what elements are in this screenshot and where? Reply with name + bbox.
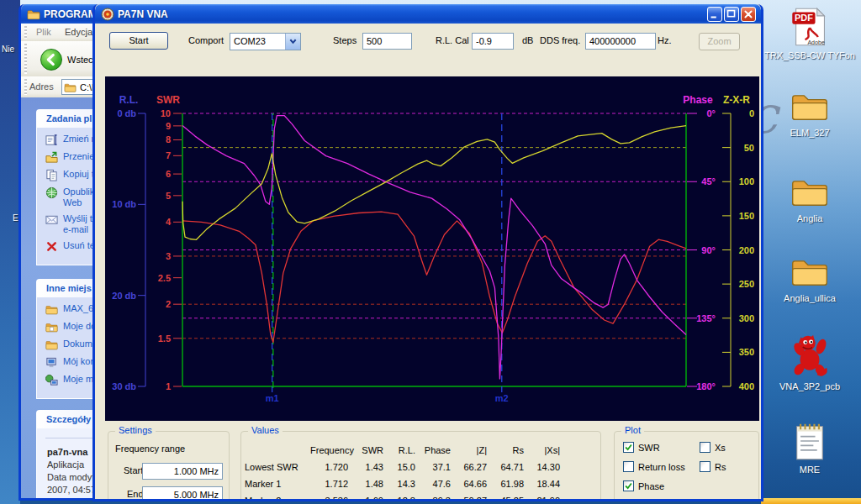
vna-title: PA7N VNA (118, 8, 168, 20)
close-button[interactable] (741, 7, 756, 22)
phase-tick-label: 0° (706, 108, 716, 118)
red-figure-icon (789, 333, 831, 378)
db-label: dB (522, 35, 533, 45)
folder-icon (790, 253, 829, 290)
menu-plik[interactable]: Plik (36, 27, 51, 37)
zoom-button[interactable]: Zoom (699, 33, 740, 50)
move-icon (45, 151, 58, 164)
checkbox-rs[interactable]: Rs (700, 461, 726, 472)
checkbox-box[interactable] (623, 480, 634, 491)
maximize-button[interactable] (724, 7, 739, 22)
checkbox-return-loss[interactable]: Return loss (623, 461, 685, 472)
checkbox-xs[interactable]: Xs (700, 442, 726, 453)
svg-text:PDF: PDF (795, 13, 813, 23)
marker-label-m1: m1 (266, 393, 279, 403)
screen: c NieE PDFAdobeTRX_SSB-CW TYFonELM_327An… (0, 0, 861, 504)
app-icon (101, 8, 114, 21)
rl-tick-label: 0 db (117, 108, 136, 118)
swr-tick-label: 2 (166, 299, 171, 309)
taskbar-sliver[interactable] (761, 498, 861, 504)
task-item-label: Usuń te (63, 240, 95, 251)
swr-tick-label: 2.5 (158, 273, 171, 283)
phase-tick-label: 45° (701, 176, 716, 186)
task-item-label: Moje mi (63, 374, 96, 385)
desktop-icon-label: VNA_3P2_pcb (761, 381, 858, 391)
phase-tick-label: 180° (696, 381, 716, 391)
rl-tick-label: 30 db (112, 381, 136, 391)
values-cell: 61.98 (489, 479, 526, 489)
values-table: FrequencySWRR.L.Phase|Z|Rs|Xs|Lowest SWR… (245, 442, 562, 501)
checkbox-z[interactable]: Z (623, 500, 644, 501)
checkbox-label: Rs (715, 462, 726, 472)
network-icon (45, 374, 58, 386)
checkbox-phase[interactable]: Phase (623, 480, 664, 491)
menubar-grip (24, 26, 27, 39)
values-col-header: |Xs| (526, 445, 562, 455)
folder-sm-icon (45, 339, 58, 351)
chevron-down-icon[interactable] (285, 34, 300, 50)
z-tick-label: 100 (739, 176, 754, 186)
z-tick-label: 350 (739, 347, 754, 357)
checkbox-swr[interactable]: SWR (623, 442, 660, 453)
checkbox-box[interactable] (623, 442, 634, 453)
axis-header-phase: Phase (683, 94, 713, 106)
z-tick-label: 400 (739, 381, 754, 391)
back-button[interactable] (40, 49, 62, 71)
values-group-title: Values (248, 425, 283, 435)
values-cell: 89.3 (417, 496, 452, 501)
steps-input[interactable]: 500 (362, 33, 412, 50)
z-tick-label: 50 (744, 143, 754, 153)
desktop-icon-label: Anglia_ullica (761, 293, 858, 303)
comport-select[interactable]: COM23 (230, 33, 301, 50)
desktop-label[interactable]: Nie (2, 45, 14, 54)
swr-tick-label: 5 (166, 191, 171, 201)
axis-header-rl: R.L. (119, 94, 139, 106)
task-item-label: Kopiuj t (63, 169, 94, 180)
checkbox-box[interactable] (700, 461, 710, 472)
checkbox-box[interactable] (623, 500, 634, 501)
desktop-icon-label: ELM_327 (761, 128, 858, 138)
desktop-icon-trx-ssb-cw-tyfon[interactable]: PDFAdobeTRX_SSB-CW TYFon (761, 7, 858, 60)
values-cell: 37.1 (417, 462, 452, 472)
desktop-icon-anglia-ullica[interactable]: Anglia_ullica (761, 253, 858, 303)
values-cell: 1.712 (310, 479, 350, 489)
desktop-icon-anglia[interactable]: Anglia (761, 173, 858, 223)
copy-icon (45, 169, 58, 181)
vna-titlebar[interactable]: PA7N VNA (95, 4, 761, 24)
menu-edycja[interactable]: Edycja (65, 27, 92, 37)
web-icon (45, 186, 58, 199)
desktop-icon-vna-3p2-pcb[interactable]: VNA_3P2_pcb (761, 333, 858, 391)
phase-tick-label: 135° (696, 313, 716, 323)
dds-input[interactable]: 400000000 (585, 33, 656, 50)
desktop-label[interactable]: E (13, 213, 18, 223)
checkbox-box[interactable] (700, 442, 710, 453)
swr-tick-label: 10 (161, 108, 171, 118)
desktop-icon-label: TRX_SSB-CW TYFon (761, 50, 858, 60)
values-col-header: R.L. (385, 445, 417, 455)
folder-icon (27, 8, 40, 21)
vna-chart[interactable]: 0 db10 db20 db30 db1098765432.521.510°45… (105, 76, 759, 421)
axis-header-z: Z-X-R (723, 94, 750, 106)
values-cell: 45.25 (489, 496, 526, 501)
desktop-icon-mre[interactable]: MRE (761, 421, 858, 475)
values-cell: 1.43 (350, 462, 385, 472)
start-button[interactable]: Start (109, 32, 168, 50)
values-cell: 18.44 (526, 479, 562, 489)
checkbox-box[interactable] (623, 461, 634, 472)
settings-group-title: Settings (115, 425, 156, 435)
values-cell: 14.3 (385, 479, 417, 489)
values-col-header: Phase (417, 445, 452, 455)
axis-header-swr: SWR (156, 94, 180, 106)
frequency-range-label: Frequency range (115, 444, 185, 454)
desktop-icon-label: MRE (761, 465, 858, 475)
minimize-button[interactable] (707, 7, 722, 22)
z-tick-label: 0 (749, 108, 754, 118)
desktop-icon-elm-327[interactable]: ELM_327 (761, 87, 858, 138)
rlcal-input[interactable]: -0.9 (472, 33, 514, 50)
address-label: Adres (29, 81, 54, 92)
rlcal-label: R.L. Cal (436, 35, 469, 45)
task-item-label: Zmień n (63, 134, 97, 144)
values-cell: 66.27 (452, 462, 489, 472)
start-freq-input[interactable]: 1.000 MHz (142, 463, 223, 480)
end-freq-input[interactable]: 5.000 MHz (142, 486, 223, 501)
